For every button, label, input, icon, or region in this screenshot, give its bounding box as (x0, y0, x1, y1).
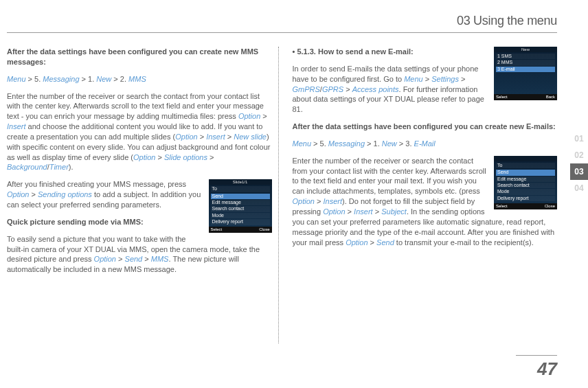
tab-01: 01 (570, 130, 588, 147)
ss-row: Delivery report (211, 219, 270, 225)
ss-row: Search contact (496, 183, 555, 188)
tab-04: 04 (570, 180, 588, 196)
ss-softkeys: SelectClose (209, 227, 272, 233)
ss-row: Search contact (211, 206, 270, 212)
ss-titlebar: New (494, 47, 557, 52)
phone-screenshot-mms-options: Slide1/1 To Send Edit message Search con… (209, 179, 272, 233)
ss-row: Edit message (496, 176, 555, 182)
mms-intro-heading: After the data settings have been config… (7, 47, 272, 67)
page-number: 47 (516, 355, 557, 380)
path-new: New (96, 75, 111, 83)
ss-row: Mode (211, 213, 270, 218)
ss-row: To (211, 186, 270, 192)
quick-picture-body: To easily send a picture that you want t… (7, 234, 272, 275)
ss-row: Edit message (211, 200, 270, 205)
section-header: 03 Using the menu (7, 14, 557, 33)
ss-row: Mode (496, 189, 555, 194)
mms-path: Menu > 5. Messaging > 1. New > 2. MMS (7, 74, 272, 84)
ss-body: To Send Edit message Search contact Mode… (209, 185, 272, 227)
column-divider (278, 47, 279, 343)
email-path: Menu > 5. Messaging > 1. New > 3. E-Mail (293, 139, 558, 149)
ss-row: 3 E-mail (496, 67, 555, 72)
ss-row: 2 MMS (496, 60, 555, 65)
ss-titlebar: Slide1/1 (209, 179, 272, 185)
chapter-tabs: 01 02 03 04 (570, 130, 588, 196)
path-mms: MMS (128, 75, 146, 83)
ss-row: Delivery report (496, 196, 555, 201)
ss-softkeys: SelectBack (494, 94, 557, 100)
path-menu: Menu (7, 75, 26, 83)
ss-body: 1 SMS 2 MMS 3 E-mail (494, 52, 557, 94)
ss-row: Send (496, 170, 555, 175)
phone-screenshot-new-menu: New 1 SMS 2 MMS 3 E-mail SelectBack (494, 47, 557, 100)
path-messaging: Messaging (43, 75, 79, 83)
ss-row: 1 SMS (496, 54, 555, 59)
two-column-body: After the data settings have been config… (7, 47, 557, 282)
ss-row: To (496, 163, 555, 168)
ss-titlebar (494, 156, 557, 161)
email-configured-heading: After the data settings have been config… (293, 122, 558, 132)
tab-02: 02 (570, 147, 588, 163)
ss-softkeys: SelectClose (494, 203, 557, 209)
ss-row: Send (211, 194, 270, 199)
right-column: New 1 SMS 2 MMS 3 E-mail SelectBack • 5.… (293, 47, 558, 282)
phone-screenshot-email-options: To Send Edit message Search contact Mode… (494, 156, 557, 209)
ss-body: To Send Edit message Search contact Mode… (494, 161, 557, 203)
tab-03: 03 (570, 163, 588, 180)
left-column: After the data settings have been config… (7, 47, 272, 282)
mms-body-1: Enter the number of the receiver or sear… (7, 91, 272, 173)
